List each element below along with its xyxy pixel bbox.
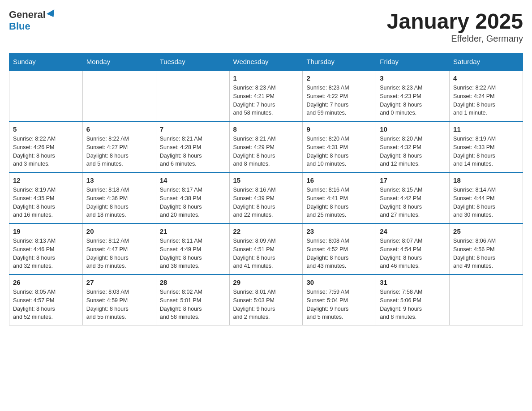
day-number: 8 [233, 125, 299, 133]
day-info: Sunrise: 8:23 AMSunset: 4:21 PMDaylight:… [233, 84, 299, 117]
calendar-cell: 28Sunrise: 8:02 AMSunset: 5:01 PMDayligh… [156, 274, 229, 325]
day-number: 9 [306, 125, 372, 133]
calendar-week-2: 5Sunrise: 8:22 AMSunset: 4:26 PMDaylight… [9, 121, 523, 172]
day-number: 27 [86, 278, 152, 286]
calendar-cell: 6Sunrise: 8:22 AMSunset: 4:27 PMDaylight… [82, 121, 156, 172]
day-number: 4 [453, 74, 519, 82]
day-info: Sunrise: 7:59 AMSunset: 5:04 PMDaylight:… [306, 288, 372, 321]
calendar-cell: 11Sunrise: 8:19 AMSunset: 4:33 PMDayligh… [450, 121, 523, 172]
calendar-cell: 24Sunrise: 8:07 AMSunset: 4:54 PMDayligh… [376, 223, 450, 274]
calendar-cell: 31Sunrise: 7:58 AMSunset: 5:06 PMDayligh… [376, 274, 450, 325]
day-number: 14 [160, 176, 226, 184]
calendar-cell: 27Sunrise: 8:03 AMSunset: 4:59 PMDayligh… [82, 274, 156, 325]
calendar-cell: 22Sunrise: 8:09 AMSunset: 4:51 PMDayligh… [229, 223, 303, 274]
day-info: Sunrise: 8:08 AMSunset: 4:52 PMDaylight:… [306, 237, 372, 270]
calendar-cell: 17Sunrise: 8:15 AMSunset: 4:42 PMDayligh… [376, 172, 450, 223]
calendar-cell: 14Sunrise: 8:17 AMSunset: 4:38 PMDayligh… [156, 172, 229, 223]
day-number: 24 [380, 227, 446, 235]
day-info: Sunrise: 8:13 AMSunset: 4:46 PMDaylight:… [13, 237, 79, 270]
calendar-cell: 8Sunrise: 8:21 AMSunset: 4:29 PMDaylight… [229, 121, 303, 172]
header-row: Sunday Monday Tuesday Wednesday Thursday… [9, 53, 523, 71]
calendar-cell: 9Sunrise: 8:20 AMSunset: 4:31 PMDaylight… [303, 121, 376, 172]
day-number: 26 [13, 278, 79, 286]
day-info: Sunrise: 8:05 AMSunset: 4:57 PMDaylight:… [13, 288, 79, 321]
day-info: Sunrise: 8:07 AMSunset: 4:54 PMDaylight:… [380, 237, 446, 270]
day-info: Sunrise: 8:15 AMSunset: 4:42 PMDaylight:… [380, 186, 446, 219]
day-info: Sunrise: 8:21 AMSunset: 4:28 PMDaylight:… [160, 135, 226, 168]
calendar-cell: 3Sunrise: 8:23 AMSunset: 4:23 PMDaylight… [376, 70, 450, 121]
day-number: 29 [233, 278, 299, 286]
col-wednesday: Wednesday [229, 53, 303, 71]
day-number: 3 [380, 74, 446, 82]
day-number: 1 [233, 74, 299, 82]
day-info: Sunrise: 8:16 AMSunset: 4:39 PMDaylight:… [233, 186, 299, 219]
day-info: Sunrise: 8:22 AMSunset: 4:24 PMDaylight:… [453, 84, 519, 117]
day-info: Sunrise: 8:14 AMSunset: 4:44 PMDaylight:… [453, 186, 519, 219]
day-number: 12 [13, 176, 79, 184]
day-info: Sunrise: 8:19 AMSunset: 4:33 PMDaylight:… [453, 135, 519, 168]
day-number: 22 [233, 227, 299, 235]
calendar-cell: 10Sunrise: 8:20 AMSunset: 4:32 PMDayligh… [376, 121, 450, 172]
calendar-cell [82, 70, 156, 121]
page-title: January 2025 [387, 9, 523, 34]
calendar-cell: 25Sunrise: 8:06 AMSunset: 4:56 PMDayligh… [450, 223, 523, 274]
calendar-header: Sunday Monday Tuesday Wednesday Thursday… [9, 53, 523, 71]
calendar-cell [9, 70, 83, 121]
calendar-cell: 29Sunrise: 8:01 AMSunset: 5:03 PMDayligh… [229, 274, 303, 325]
day-info: Sunrise: 8:02 AMSunset: 5:01 PMDaylight:… [160, 288, 226, 321]
calendar-cell: 16Sunrise: 8:16 AMSunset: 4:41 PMDayligh… [303, 172, 376, 223]
day-info: Sunrise: 8:11 AMSunset: 4:49 PMDaylight:… [160, 237, 226, 270]
logo-general-text: General [9, 9, 46, 20]
day-info: Sunrise: 8:06 AMSunset: 4:56 PMDaylight:… [453, 237, 519, 270]
day-number: 25 [453, 227, 519, 235]
day-info: Sunrise: 8:20 AMSunset: 4:31 PMDaylight:… [306, 135, 372, 168]
calendar-cell: 23Sunrise: 8:08 AMSunset: 4:52 PMDayligh… [303, 223, 376, 274]
day-info: Sunrise: 8:22 AMSunset: 4:27 PMDaylight:… [86, 135, 152, 168]
calendar-cell [156, 70, 229, 121]
col-saturday: Saturday [450, 53, 523, 71]
page-header: General Blue January 2025 Effelder, Germ… [9, 9, 523, 44]
day-number: 13 [86, 176, 152, 184]
logo-icon [47, 9, 57, 19]
day-info: Sunrise: 8:09 AMSunset: 4:51 PMDaylight:… [233, 237, 299, 270]
calendar-table: Sunday Monday Tuesday Wednesday Thursday… [9, 53, 523, 325]
day-info: Sunrise: 8:19 AMSunset: 4:35 PMDaylight:… [13, 186, 79, 219]
day-info: Sunrise: 8:18 AMSunset: 4:36 PMDaylight:… [86, 186, 152, 219]
day-number: 28 [160, 278, 226, 286]
calendar-cell: 1Sunrise: 8:23 AMSunset: 4:21 PMDaylight… [229, 70, 303, 121]
logo-blue-text: Blue [9, 21, 30, 32]
calendar-week-1: 1Sunrise: 8:23 AMSunset: 4:21 PMDaylight… [9, 70, 523, 121]
day-number: 10 [380, 125, 446, 133]
calendar-cell: 13Sunrise: 8:18 AMSunset: 4:36 PMDayligh… [82, 172, 156, 223]
col-tuesday: Tuesday [156, 53, 229, 71]
logo: General Blue [9, 9, 56, 33]
calendar-cell: 26Sunrise: 8:05 AMSunset: 4:57 PMDayligh… [9, 274, 83, 325]
day-number: 5 [13, 125, 79, 133]
day-number: 15 [233, 176, 299, 184]
day-number: 31 [380, 278, 446, 286]
day-number: 23 [306, 227, 372, 235]
calendar-cell: 15Sunrise: 8:16 AMSunset: 4:39 PMDayligh… [229, 172, 303, 223]
calendar-cell [450, 274, 523, 325]
calendar-cell: 5Sunrise: 8:22 AMSunset: 4:26 PMDaylight… [9, 121, 83, 172]
day-info: Sunrise: 8:23 AMSunset: 4:23 PMDaylight:… [380, 84, 446, 117]
day-info: Sunrise: 8:21 AMSunset: 4:29 PMDaylight:… [233, 135, 299, 168]
day-number: 16 [306, 176, 372, 184]
calendar-cell: 2Sunrise: 8:23 AMSunset: 4:22 PMDaylight… [303, 70, 376, 121]
day-number: 21 [160, 227, 226, 235]
calendar-cell: 21Sunrise: 8:11 AMSunset: 4:49 PMDayligh… [156, 223, 229, 274]
col-thursday: Thursday [303, 53, 376, 71]
calendar-week-5: 26Sunrise: 8:05 AMSunset: 4:57 PMDayligh… [9, 274, 523, 325]
day-info: Sunrise: 8:16 AMSunset: 4:41 PMDaylight:… [306, 186, 372, 219]
day-number: 30 [306, 278, 372, 286]
calendar-cell: 12Sunrise: 8:19 AMSunset: 4:35 PMDayligh… [9, 172, 83, 223]
col-monday: Monday [82, 53, 156, 71]
calendar-cell: 7Sunrise: 8:21 AMSunset: 4:28 PMDaylight… [156, 121, 229, 172]
day-info: Sunrise: 8:17 AMSunset: 4:38 PMDaylight:… [160, 186, 226, 219]
calendar-cell: 20Sunrise: 8:12 AMSunset: 4:47 PMDayligh… [82, 223, 156, 274]
day-number: 17 [380, 176, 446, 184]
day-number: 19 [13, 227, 79, 235]
day-info: Sunrise: 8:12 AMSunset: 4:47 PMDaylight:… [86, 237, 152, 270]
title-block: January 2025 Effelder, Germany [387, 9, 523, 44]
calendar-week-4: 19Sunrise: 8:13 AMSunset: 4:46 PMDayligh… [9, 223, 523, 274]
